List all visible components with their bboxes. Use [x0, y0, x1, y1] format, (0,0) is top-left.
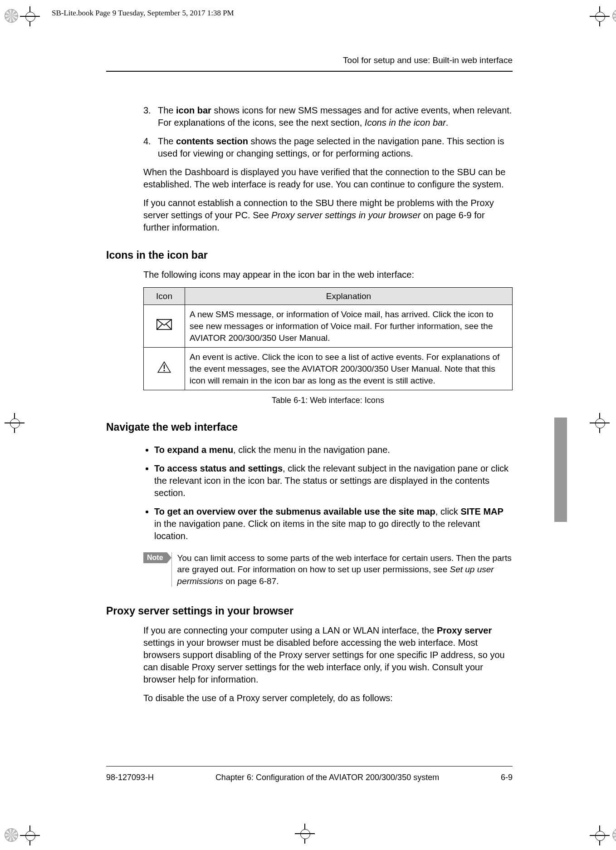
svg-line-2 — [166, 324, 171, 330]
paragraph: The following icons may appear in the ic… — [143, 269, 513, 281]
list-item: To expand a menu, click the menu in the … — [154, 444, 513, 456]
numbered-list: 3. The icon bar shows icons for new SMS … — [143, 104, 513, 160]
bullet-list: To expand a menu, click the menu in the … — [143, 444, 513, 542]
table-header-icon: Icon — [144, 287, 185, 305]
table-cell: An event is active. Click the icon to se… — [185, 348, 513, 390]
paragraph: When the Dashboard is displayed you have… — [143, 166, 513, 191]
note-block: Note You can limit access to some parts … — [143, 552, 513, 587]
paragraph: If you cannot establish a connection to … — [143, 197, 513, 234]
list-item-4: 4. The contents section shows the page s… — [143, 135, 513, 160]
list-number: 3. — [143, 104, 151, 117]
list-number: 4. — [143, 135, 151, 147]
running-header: Tool for setup and use: Built-in web int… — [106, 54, 513, 72]
heading-proxy: Proxy server settings in your browser — [106, 604, 513, 618]
table-row: An event is active. Click the icon to se… — [144, 348, 513, 390]
list-item-3: 3. The icon bar shows icons for new SMS … — [143, 104, 513, 129]
page-number: 6-9 — [501, 772, 513, 783]
icons-table: Icon Explanation A new SMS message, or i… — [143, 287, 513, 390]
table-row: A new SMS message, or information of Voi… — [144, 305, 513, 348]
table-caption: Table 6-1: Web interface: Icons — [143, 395, 513, 406]
page-stamp: SB-Lite.book Page 9 Tuesday, September 5… — [49, 7, 237, 20]
table-cell: A new SMS message, or information of Voi… — [185, 305, 513, 348]
list-item: To get an overview over the submenus ava… — [154, 506, 513, 542]
note-badge: Note — [143, 552, 167, 563]
table-header-explanation: Explanation — [185, 287, 513, 305]
page-footer: 98-127093-H Chapter 6: Configuration of … — [106, 766, 513, 783]
note-text: You can limit access to some parts of th… — [171, 552, 513, 587]
warning-icon — [144, 348, 185, 390]
paragraph: To disable the use of a Proxy server com… — [143, 692, 513, 704]
envelope-icon — [144, 305, 185, 348]
svg-line-1 — [157, 324, 162, 330]
heading-navigate: Navigate the web interface — [106, 420, 513, 434]
list-item: To access status and settings, click the… — [154, 462, 513, 499]
heading-icons: Icons in the icon bar — [106, 248, 513, 262]
thumb-index-tab — [554, 418, 567, 522]
page-content: Tool for setup and use: Built-in web int… — [106, 54, 513, 711]
doc-number: 98-127093-H — [106, 772, 154, 783]
svg-point-5 — [163, 370, 165, 372]
paragraph: If you are connecting your computer usin… — [143, 624, 513, 686]
chapter-title: Chapter 6: Configuration of the AVIATOR … — [215, 772, 439, 783]
